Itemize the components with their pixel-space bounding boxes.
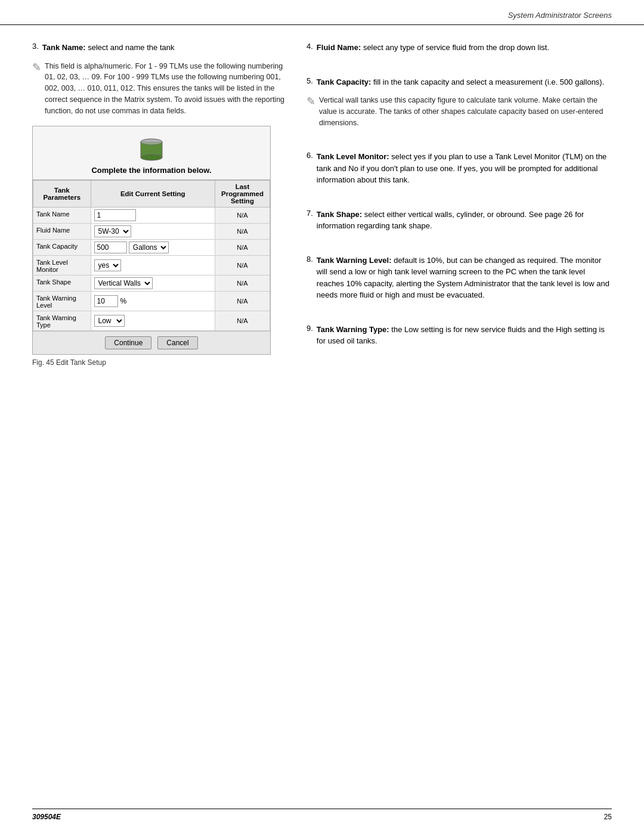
- left-column: 3. Tank Name: select and name the tank ✎…: [32, 42, 289, 367]
- item4-number: 4.: [306, 42, 313, 57]
- item5-desc: fill in the tank capacity and select a m…: [373, 78, 604, 86]
- item5-number: 5.: [306, 76, 313, 92]
- param-fluid-name: Fluid Name: [33, 224, 91, 240]
- item3-desc: select and name the tank: [88, 43, 174, 52]
- section-item-5: 5. Tank Capacity: fill in the tank capac…: [306, 76, 612, 135]
- section-item-4: 4. Fluid Name: select any type of servic…: [306, 42, 612, 60]
- table-row: Tank Shape Vertical Walls Cylinder Obrou…: [33, 275, 270, 292]
- item6-number: 6.: [306, 151, 313, 190]
- col-header-params: Tank Parameters: [33, 181, 91, 208]
- tank-name-input[interactable]: [94, 209, 136, 221]
- figure-box: Complete the information below. Tank Par…: [32, 126, 271, 355]
- note-icon-3: ✎: [32, 61, 41, 74]
- param-tank-warning-type: Tank Warning Type: [33, 311, 91, 331]
- param-tank-warning-level: Tank Warning Level: [33, 292, 91, 311]
- percent-symbol: %: [120, 297, 127, 305]
- table-row: Tank Warning Type Low High N/A: [33, 311, 270, 331]
- param-tank-level-monitor: Tank Level Monitor: [33, 256, 91, 275]
- tank-icon: [136, 135, 167, 162]
- item3-label: Tank Name:: [42, 43, 86, 52]
- tank-warning-type-select[interactable]: Low High: [94, 315, 125, 327]
- last-tank-shape: N/A: [215, 275, 270, 292]
- footer-page-number: 25: [604, 813, 612, 821]
- percent-input-wrap: %: [94, 295, 212, 307]
- tank-capacity-input[interactable]: [94, 241, 127, 253]
- edit-tank-shape: Vertical Walls Cylinder Obround: [91, 275, 215, 292]
- last-tank-warning-level: N/A: [215, 292, 270, 311]
- last-tank-warning-type: N/A: [215, 311, 270, 331]
- item8-text: Tank Warning Level: default is 10%, but …: [317, 255, 612, 301]
- item6-label: Tank Level Monitor:: [317, 152, 389, 161]
- table-row: Tank Warning Level % N/A: [33, 292, 270, 311]
- section-item-6: 6. Tank Level Monitor: select yes if you…: [306, 151, 612, 192]
- item8-label: Tank Warning Level:: [317, 256, 392, 265]
- section-item-9: 9. Tank Warning Type: the Low setting is…: [306, 324, 612, 353]
- setup-table: Tank Parameters Edit Current Setting Las…: [33, 180, 270, 331]
- table-row: Fluid Name 5W-30 N/A: [33, 224, 270, 240]
- edit-tank-name: [91, 208, 215, 224]
- item3-note-block: ✎ This field is alpha/numeric. For 1 - 9…: [32, 61, 289, 117]
- footer-document-number: 309504E: [32, 813, 61, 821]
- svg-point-3: [141, 139, 162, 145]
- item6-text: Tank Level Monitor: select yes if you pl…: [317, 151, 612, 186]
- figure-caption: Fig. 45 Edit Tank Setup: [32, 358, 289, 367]
- item3-number: 3.: [32, 42, 39, 57]
- tank-capacity-unit-select[interactable]: Gallons: [129, 241, 169, 253]
- section-item-3: 3. Tank Name: select and name the tank ✎…: [32, 42, 289, 116]
- param-tank-name: Tank Name: [33, 208, 91, 224]
- note-icon-5: ✎: [306, 95, 315, 108]
- right-list: 4. Fluid Name: select any type of servic…: [306, 42, 612, 361]
- item8-number: 8.: [306, 255, 313, 305]
- header-title: System Administrator Screens: [508, 11, 612, 20]
- item4-text: Fluid Name: select any type of service f…: [317, 42, 549, 54]
- item9-label: Tank Warning Type:: [317, 325, 389, 334]
- last-fluid-name: N/A: [215, 224, 270, 240]
- main-content: 3. Tank Name: select and name the tank ✎…: [0, 25, 644, 367]
- col-header-last: LastProgrammedSetting: [215, 181, 270, 208]
- fluid-name-select[interactable]: 5W-30: [94, 225, 131, 237]
- right-column: 4. Fluid Name: select any type of servic…: [306, 42, 612, 367]
- item4-label: Fluid Name:: [317, 43, 361, 52]
- table-row: Tank Name N/A: [33, 208, 270, 224]
- item9-number: 9.: [306, 324, 313, 351]
- page-footer: 309504E 25: [32, 809, 612, 821]
- edit-tank-warning-level: %: [91, 292, 215, 311]
- col-header-edit: Edit Current Setting: [91, 181, 215, 208]
- section-item-8: 8. Tank Warning Level: default is 10%, b…: [306, 255, 612, 307]
- tank-shape-select[interactable]: Vertical Walls Cylinder Obround: [94, 277, 153, 289]
- item3-note: This field is alpha/numeric. For 1 - 99 …: [45, 61, 289, 117]
- item5-note-block: ✎ Vertical wall tanks use this capacity …: [306, 95, 612, 128]
- item3-text: Tank Name: select and name the tank: [42, 42, 175, 54]
- figure-header: Complete the information below.: [33, 126, 270, 180]
- last-tank-capacity: N/A: [215, 240, 270, 256]
- last-tank-level-monitor: N/A: [215, 256, 270, 275]
- edit-fluid-name: 5W-30: [91, 224, 215, 240]
- item7-number: 7.: [306, 209, 313, 236]
- page-container: System Administrator Screens 3. Tank Nam…: [0, 0, 644, 833]
- edit-tank-capacity: Gallons: [91, 240, 215, 256]
- cancel-button[interactable]: Cancel: [157, 336, 197, 349]
- edit-tank-level-monitor: yes no: [91, 256, 215, 275]
- continue-button[interactable]: Continue: [105, 336, 151, 349]
- svg-point-2: [141, 154, 162, 160]
- item5-label: Tank Capacity:: [317, 78, 371, 86]
- section-item-7: 7. Tank Shape: select either vertical wa…: [306, 209, 612, 238]
- figure-title: Complete the information below.: [91, 166, 211, 175]
- param-tank-capacity: Tank Capacity: [33, 240, 91, 256]
- button-row: Continue Cancel: [33, 331, 270, 354]
- item4-desc: select any type of service fluid from th…: [363, 43, 549, 52]
- item5-text: Tank Capacity: fill in the tank capacity…: [317, 76, 604, 88]
- table-row: Tank Capacity Gallons N/A: [33, 240, 270, 256]
- last-tank-name: N/A: [215, 208, 270, 224]
- edit-tank-warning-type: Low High: [91, 311, 215, 331]
- item7-label: Tank Shape:: [317, 210, 362, 219]
- item7-text: Tank Shape: select either vertical walls…: [317, 209, 612, 232]
- page-header: System Administrator Screens: [0, 0, 644, 25]
- item5-note: Vertical wall tanks use this capacity fi…: [319, 95, 612, 128]
- tank-level-monitor-select[interactable]: yes no: [94, 259, 121, 271]
- item9-text: Tank Warning Type: the Low setting is fo…: [317, 324, 612, 347]
- table-row: Tank Level Monitor yes no N/A: [33, 256, 270, 275]
- param-tank-shape: Tank Shape: [33, 275, 91, 292]
- tank-warning-level-input[interactable]: [94, 295, 118, 307]
